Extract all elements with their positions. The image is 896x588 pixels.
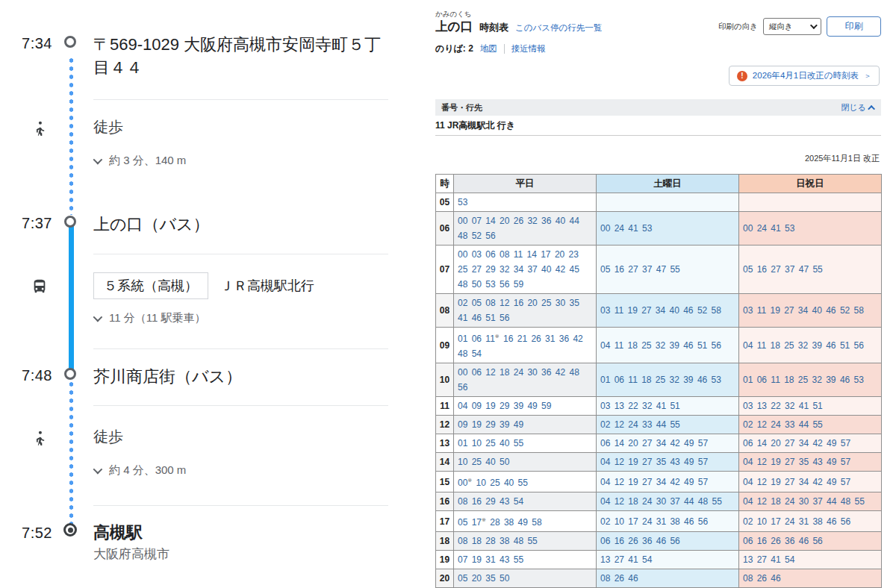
weekday-column-header: 平日 (454, 175, 597, 193)
hour-cell: 12 (436, 416, 454, 434)
saturday-minutes-cell: 02 10 17 24 31 38 46 56 (597, 511, 739, 532)
sunday-minutes-cell: 04 12 19 27 34 42 49 57 (739, 472, 882, 492)
timetable-row: 2005 20 35 5008 26 4608 26 46 (436, 569, 882, 588)
walk-icon (31, 120, 48, 137)
saturday-column-header: 土曜日 (597, 175, 739, 193)
timetable-row: 0700 03 06 08 11 14 17 20 23 25 27 29 32… (436, 245, 882, 294)
bus-route-badge: ５系統（高槻） (93, 272, 208, 299)
divider (93, 99, 388, 100)
timetable-row: 0802 05 08 12 16 20 25 30 35 41 46 51 56… (436, 294, 882, 328)
timetable-row: 1104 09 19 29 39 49 5903 13 22 32 41 510… (436, 397, 882, 416)
divider (93, 505, 388, 506)
sunday-minutes-cell: 01 06 11 18 25 32 39 46 53 (739, 363, 882, 397)
divider (93, 254, 388, 254)
bus-icon (31, 278, 48, 295)
saturday-minutes-cell: 01 06 11 18 25 32 39 46 53 (597, 363, 739, 397)
saturday-minutes-cell: 13 27 41 54 (597, 551, 739, 569)
divider (93, 405, 388, 406)
hour-cell: 09 (436, 328, 454, 363)
saturday-minutes-cell: 03 13 22 32 41 51 (597, 397, 739, 416)
chevron-up-icon (868, 104, 875, 112)
hour-cell: 16 (436, 492, 454, 511)
bus-detail-text: 11 分（11 駅乗車） (109, 311, 205, 325)
weekday-minutes-cell: 00 07 14 20 26 32 36 40 44 48 52 56 (454, 212, 597, 245)
print-orientation-select[interactable]: 縦向き (763, 18, 821, 35)
print-orientation-label: 印刷の向き (718, 22, 758, 32)
timetable-row: 1808 18 28 38 48 5506 16 26 36 46 5606 1… (436, 532, 882, 551)
weekday-minutes-cell: 10 25 40 50 (454, 453, 597, 472)
walk-detail-toggle[interactable]: 約 3 分、140 m (93, 154, 186, 168)
map-link[interactable]: 地図 (480, 43, 497, 54)
divider (504, 44, 505, 54)
revised-timetable-notice-button[interactable]: ! 2026年4月1日改正の時刻表 ＞ (729, 66, 880, 86)
chevron-down-icon (93, 465, 103, 475)
walk-detail-toggle[interactable]: 約 4 分、300 m (93, 463, 186, 478)
timetable-panel: かみのくち 上の口 時刻表 このバス停の行先一覧 のりば: 2 地図 接近情報 … (429, 0, 896, 588)
hour-cell: 19 (436, 551, 454, 569)
sunday-minutes-cell: 00 24 41 53 (739, 212, 882, 245)
approach-info-link[interactable]: 接近情報 (511, 43, 546, 54)
time-board: 7:37 (0, 215, 52, 232)
start-address: 〒569-1029 大阪府高槻市安岡寺町５丁目４４ (93, 33, 392, 79)
arrival-station: 高槻駅 (93, 521, 392, 544)
timetable-header-row: 時 平日 土曜日 日祝日 (436, 175, 882, 193)
bus-destination: ＪＲ高槻駅北行 (220, 277, 314, 295)
sunday-minutes-cell (739, 193, 882, 212)
saturday-minutes-cell: 08 26 46 (597, 569, 739, 588)
timetable-row: 1500※ 10 25 40 5504 12 19 27 34 42 49 57… (436, 472, 882, 492)
sunday-minutes-cell: 06 16 26 36 46 56 (739, 532, 882, 551)
walk-label: 徒歩 (93, 117, 123, 137)
bus-detail-toggle[interactable]: 11 分（11 駅乗車） (93, 311, 205, 325)
sunday-minutes-cell: 04 12 19 27 35 43 49 57 (739, 453, 882, 472)
weekday-minutes-cell: 08 16 29 43 54 (454, 492, 597, 511)
saturday-minutes-cell: 00 24 41 53 (597, 212, 739, 245)
sunday-minutes-cell: 03 13 22 32 41 51 (739, 397, 882, 416)
hour-cell: 13 (436, 434, 454, 453)
sunday-minutes-cell: 02 10 17 24 31 38 46 56 (739, 511, 882, 532)
hour-cell: 20 (436, 569, 454, 588)
walk-detail-text: 約 4 分、300 m (109, 463, 186, 478)
timetable-row: 1000 06 12 18 24 30 36 42 48 5601 06 11 … (436, 363, 882, 397)
hour-cell: 10 (436, 363, 454, 397)
route-section-bar: 番号・行先 閉じる (435, 99, 881, 116)
time-alight: 7:48 (0, 367, 52, 384)
saturday-minutes-cell: 06 14 20 27 34 42 49 57 (597, 434, 739, 453)
timetable-row: 1705 17※ 28 38 49 5802 10 17 24 31 38 46… (436, 511, 882, 532)
collapse-section-link[interactable]: 閉じる (841, 102, 875, 113)
board-stop-name: 上の口（バス） (93, 213, 392, 236)
hour-cell: 08 (436, 294, 454, 328)
saturday-minutes-cell: 04 12 19 27 34 42 49 57 (597, 472, 739, 492)
time-arrive: 7:52 (0, 525, 52, 542)
hour-cell: 18 (436, 532, 454, 551)
weekday-minutes-cell: 01 06 11※ 16 21 26 31 36 42 48 54 (454, 328, 597, 363)
section-header: 番号・行先 (441, 102, 482, 113)
timetable-row: 1410 25 40 5004 12 19 27 35 43 49 5704 1… (436, 453, 882, 472)
platform-label: のりば: 2 (435, 43, 473, 55)
divider (93, 348, 388, 349)
sunday-minutes-cell: 13 27 41 54 (739, 551, 882, 569)
weekday-minutes-cell: 02 05 08 12 16 20 25 30 35 41 46 51 56 (454, 294, 597, 328)
sunday-minutes-cell: 04 11 18 25 32 39 46 51 56 (739, 328, 882, 363)
close-label: 閉じる (841, 102, 866, 113)
saturday-minutes-cell: 03 11 19 27 34 40 46 52 58 (597, 294, 739, 328)
sunday-minutes-cell: 04 12 18 24 30 37 44 48 55 (739, 492, 882, 511)
route-name-row: 11 JR高槻駅北 行き (435, 116, 881, 136)
stop-name: 上の口 (435, 19, 473, 35)
sunday-minutes-cell: 08 26 46 (739, 569, 882, 588)
timetable-row: 1209 19 29 39 4902 12 24 33 44 5502 12 2… (436, 416, 882, 434)
destinations-list-link[interactable]: このバス停の行先一覧 (515, 22, 602, 34)
print-button[interactable]: 印刷 (827, 16, 881, 37)
chevron-down-icon (810, 22, 818, 29)
timetable-row: 0901 06 11※ 16 21 26 31 36 42 48 5404 11… (436, 328, 882, 363)
hour-cell: 14 (436, 453, 454, 472)
destination-node-icon (63, 523, 77, 537)
page-title: 時刻表 (479, 21, 508, 34)
revision-date: 2025年11月1日 改正 (805, 153, 880, 164)
walk-icon (31, 430, 48, 446)
hour-cell: 11 (436, 397, 454, 416)
timetable: 時 平日 土曜日 日祝日 05530600 07 14 20 26 32 36 … (435, 174, 882, 588)
sunday-column-header: 日祝日 (739, 175, 882, 193)
weekday-minutes-cell: 53 (454, 193, 597, 212)
saturday-minutes-cell: 06 16 26 36 46 56 (597, 532, 739, 551)
route-itinerary-panel: 7:34 〒569-1029 大阪府高槻市安岡寺町５丁目４４ 徒歩 約 3 分、… (0, 0, 418, 588)
